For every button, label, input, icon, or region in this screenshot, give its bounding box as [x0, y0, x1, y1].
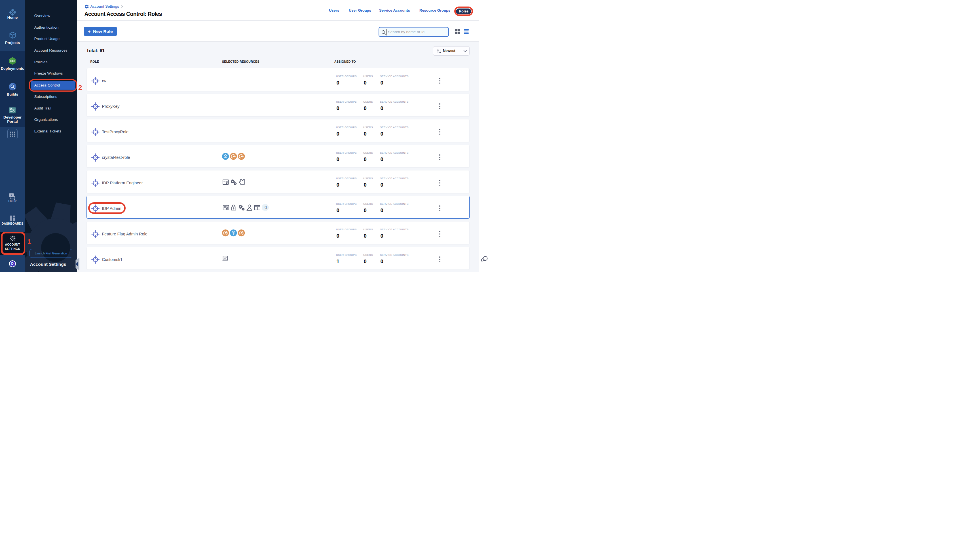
- svg-text:?: ?: [11, 194, 12, 197]
